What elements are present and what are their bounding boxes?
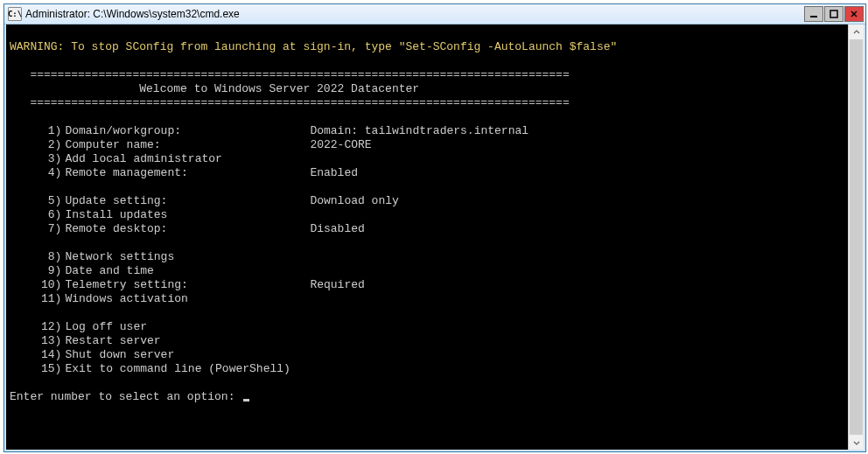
menu-label-7: Remote desktop: xyxy=(65,222,310,236)
menu-label-1: Domain/workgroup: xyxy=(65,124,310,138)
prompt-text: Enter number to select an option: xyxy=(10,390,242,403)
menu-label-10: Telemetry setting: xyxy=(65,278,310,292)
app-window: C:\ Administrator: C:\Windows\system32\c… xyxy=(4,3,866,452)
menu-label-4: Remote management: xyxy=(65,166,310,180)
svg-rect-1 xyxy=(830,10,837,17)
cmd-icon: C:\ xyxy=(8,7,22,21)
svg-rect-0 xyxy=(810,16,817,17)
menu-num-5: 5) xyxy=(30,194,65,208)
menu-label-2: Computer name: xyxy=(65,138,310,152)
menu-label-5: Update setting: xyxy=(65,194,310,208)
menu-num-1: 1) xyxy=(30,124,65,138)
menu-num-14: 14) xyxy=(30,348,65,362)
window-title: Administrator: C:\Windows\system32\cmd.e… xyxy=(25,8,803,20)
menu-value-4: Enabled xyxy=(310,166,358,180)
close-icon xyxy=(850,10,858,18)
menu-label-3: Add local administrator xyxy=(65,152,310,166)
menu-num-3: 3) xyxy=(30,152,65,166)
chevron-up-icon xyxy=(853,29,860,36)
close-button[interactable] xyxy=(844,6,864,22)
welcome-text: Welcome to Windows Server 2022 Datacente… xyxy=(139,82,419,95)
menu-value-10: Required xyxy=(310,278,364,292)
scroll-down-button[interactable] xyxy=(849,435,864,450)
menu-num-13: 13) xyxy=(30,334,65,348)
menu-label-13: Restart server xyxy=(65,334,310,348)
chevron-down-icon xyxy=(853,439,860,446)
menu-label-15: Exit to command line (PowerShell) xyxy=(65,362,310,376)
scroll-up-button[interactable] xyxy=(849,24,864,39)
header-rule-bottom: ========================================… xyxy=(30,96,569,109)
menu-num-4: 4) xyxy=(30,166,65,180)
menu-label-12: Log off user xyxy=(65,320,310,334)
menu-num-7: 7) xyxy=(30,222,65,236)
maximize-icon xyxy=(830,10,838,18)
client-area: WARNING: To stop SConfig from launching … xyxy=(4,24,865,451)
menu-num-6: 6) xyxy=(30,208,65,222)
menu-label-6: Install updates xyxy=(65,208,310,222)
scroll-thumb[interactable] xyxy=(850,39,863,435)
menu-num-9: 9) xyxy=(30,264,65,278)
maximize-button[interactable] xyxy=(824,6,844,22)
console-output[interactable]: WARNING: To stop SConfig from launching … xyxy=(6,24,848,450)
header-rule-top: ========================================… xyxy=(30,68,569,81)
menu-value-7: Disabled xyxy=(310,222,364,236)
minimize-icon xyxy=(809,10,818,18)
warning-line: WARNING: To stop SConfig from launching … xyxy=(10,40,617,53)
scroll-track[interactable] xyxy=(849,39,864,435)
minimize-button[interactable] xyxy=(804,6,823,22)
vertical-scrollbar[interactable] xyxy=(848,24,864,450)
menu-label-14: Shut down server xyxy=(65,348,310,362)
menu-num-12: 12) xyxy=(30,320,65,334)
menu-num-8: 8) xyxy=(30,250,65,264)
menu-label-11: Windows activation xyxy=(65,292,310,306)
menu-label-8: Network settings xyxy=(65,250,310,264)
menu-num-11: 11) xyxy=(30,292,65,306)
menu-num-2: 2) xyxy=(30,138,65,152)
menu-value-5: Download only xyxy=(310,194,398,208)
menu-num-10: 10) xyxy=(30,278,65,292)
window-controls xyxy=(803,6,864,22)
menu-num-15: 15) xyxy=(30,362,65,376)
menu-value-2: 2022-CORE xyxy=(310,138,371,152)
cursor xyxy=(243,399,249,402)
titlebar[interactable]: C:\ Administrator: C:\Windows\system32\c… xyxy=(4,4,865,24)
menu-label-9: Date and time xyxy=(65,264,310,278)
menu-value-1: Domain: tailwindtraders.internal xyxy=(310,124,528,138)
